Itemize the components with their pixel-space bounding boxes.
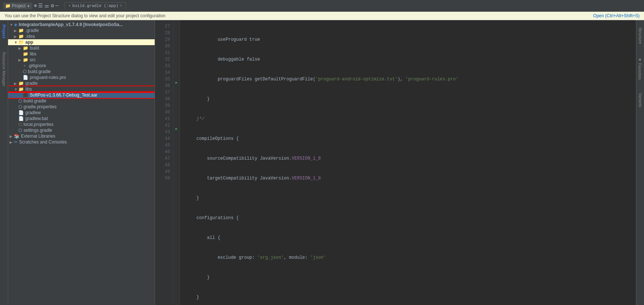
line-num-34: 34 — [155, 69, 173, 76]
folder-icon-gradle2: 📁 — [18, 81, 24, 86]
tree-label-softpos: SoftPos-v1.3.66.7-Debug_Test.aar — [30, 92, 97, 98]
code-line-31: }*/ — [186, 116, 636, 122]
tree-label-proguard: proguard-rules.pro — [30, 75, 66, 80]
line-numbers: 27 28 29 30 31 32 33 34 35 36 37 38 39 4… — [155, 20, 173, 305]
gutter-run-icon-43[interactable]: ▶ — [173, 126, 180, 132]
line-num-32: 32 — [155, 56, 173, 63]
resource-manager-toggle[interactable]: Resource Manager — [1, 49, 7, 90]
code-line-33: sourceCompatibility JavaVersion.VERSION_… — [186, 155, 636, 162]
info-message: You can use the Project Structure dialog… — [4, 13, 166, 18]
folder-icon-app: 📁 — [18, 40, 24, 45]
project-icon: 📁 — [5, 3, 11, 8]
code-line-35: } — [186, 195, 636, 201]
project-panel-toggle[interactable]: Project — [1, 22, 7, 41]
variants-panel-toggle[interactable]: Variants — [638, 93, 643, 108]
toolbar-split-icon[interactable]: ⚌ — [44, 3, 49, 9]
tree-item-local-properties[interactable]: ▶ ⬡ local.properties — [8, 121, 155, 127]
tree-arrow-build: ▶ — [18, 46, 23, 50]
project-panel: ▼ ◈ IntegratorSampleApp_v1.7.4.9 [Invoke… — [8, 20, 155, 305]
toolbar-minimize-icon[interactable]: ─ — [55, 3, 58, 9]
tree-arrow-libs: ▼ — [14, 87, 18, 91]
line-num-35: 35 — [155, 76, 173, 83]
tree-label-src: src — [30, 57, 36, 62]
gutter: ▶ ▶ — [173, 20, 180, 305]
title-bar-left: 📁 Project ▼ ⊕ ☰ ⚌ ⚙ ─ — [3, 3, 58, 9]
code-lines[interactable]: useProguard true debuggable false progua… — [180, 20, 636, 305]
tree-item-gradle-folder[interactable]: ▶ 📁 .gradle — [8, 28, 155, 33]
code-editor[interactable]: 27 28 29 30 31 32 33 34 35 36 37 38 39 4… — [155, 20, 636, 305]
tree-label-external-libs: External Libraries — [21, 134, 55, 139]
tree-item-scratches[interactable]: ▶ ✏ Scratches and Consoles — [8, 139, 155, 145]
folder-icon: 📁 — [18, 28, 24, 33]
open-project-structure-link[interactable]: Open (Ctrl+Alt+Shift+S) — [593, 13, 640, 18]
tree-item-root[interactable]: ▼ ◈ IntegratorSampleApp_v1.7.4.9 [Invoke… — [8, 22, 155, 28]
code-line-34: targetCompatibility JavaVersion.VERSION_… — [186, 175, 636, 182]
favorites-panel-toggle[interactable]: ★ Favorites — [638, 57, 643, 80]
code-line-27: useProguard true — [186, 36, 636, 43]
code-line-30: } — [186, 96, 636, 102]
tree-item-src-folder[interactable]: ▶ 📁 src — [8, 57, 155, 63]
code-line-37: all { — [186, 235, 636, 241]
editor-tab[interactable]: ▪ build.gradle (:app) × — [64, 2, 126, 9]
line-num-50: 50 — [155, 175, 173, 182]
tree-item-gitignore[interactable]: ▶ ⚬ .gitignore — [8, 63, 155, 69]
project-dropdown[interactable]: 📁 Project ▼ — [3, 3, 32, 9]
gitignore-icon: ⚬ — [23, 63, 26, 68]
tree-item-libs-inner[interactable]: ▶ 📁 libs — [8, 51, 155, 57]
line-num-38: 38 — [155, 96, 173, 102]
code-line-36: configurations { — [186, 215, 636, 221]
toolbar-gear-icon[interactable]: ⚙ — [51, 3, 54, 9]
structure-panel-toggle[interactable]: Structure — [638, 28, 643, 44]
folder-icon-src: 📁 — [23, 57, 28, 62]
proguard-icon: 📄 — [23, 75, 28, 80]
tree-item-softpos-aar[interactable]: ▶ ⬛ SoftPos-v1.3.66.7-Debug_Test.aar — [8, 92, 155, 98]
tree-arrow-root: ▼ — [10, 23, 14, 27]
tree-arrow-src: ▶ — [18, 58, 23, 62]
line-num-28: 28 — [155, 30, 173, 36]
tree-item-build-folder[interactable]: ▶ 📁 build — [8, 45, 155, 51]
line-num-40: 40 — [155, 109, 173, 116]
tree-label-build: build — [30, 46, 39, 51]
toolbar-nav-icon[interactable]: ⊕ — [34, 3, 37, 9]
tree-item-build-gradle-root[interactable]: ▶ ⬡ build.gradle — [8, 98, 155, 104]
gradle-icon-root: ⬡ — [18, 98, 22, 104]
line-num-37: 37 — [155, 89, 173, 96]
tree-item-gradle-properties[interactable]: ▶ ⬡ gradle.properties — [8, 104, 155, 110]
line-num-31: 31 — [155, 50, 173, 56]
line-num-36: 36 — [155, 83, 173, 89]
tree-label-local-properties: local.properties — [24, 122, 53, 127]
tree-item-gradlew-bat[interactable]: ▶ 📄 gradlew.bat — [8, 116, 155, 121]
library-icon: 📚 — [14, 134, 19, 139]
gradlew-icon: 📄 — [18, 110, 24, 115]
tree-item-gradle-folder2[interactable]: ▶ 📁 gradle — [8, 80, 155, 86]
line-num-47: 47 — [155, 155, 173, 162]
main-layout: Project Resource Manager ▼ ◈ IntegratorS… — [0, 20, 644, 305]
right-side-icons: Structure ★ Favorites Variants — [636, 20, 644, 305]
project-icon: ◈ — [14, 22, 17, 27]
properties-icon: ⬡ — [18, 104, 22, 109]
tree-item-build-gradle-app[interactable]: ▶ ⬡ build.gradle — [8, 69, 155, 75]
line-num-46: 46 — [155, 149, 173, 155]
line-num-27: 27 — [155, 23, 173, 30]
tree-item-app-folder[interactable]: ▼ 📁 app — [8, 39, 155, 45]
left-side-icons: Project Resource Manager — [0, 20, 8, 305]
tree-label-gradle-properties: gradle.properties — [24, 104, 57, 109]
tree-label-build-gradle-root: build.gradle — [24, 98, 46, 104]
tree-item-proguard[interactable]: ▶ 📄 proguard-rules.pro — [8, 75, 155, 80]
tree-item-libs-folder[interactable]: ▼ 📁 libs — [8, 86, 155, 92]
gutter-run-icon-36[interactable]: ▶ — [173, 80, 180, 86]
tree-item-idea-folder[interactable]: ▶ 📁 .idea — [8, 33, 155, 39]
tree-label-gradle: .gradle — [25, 28, 39, 33]
tree-item-gradlew[interactable]: ▶ 📄 gradlew — [8, 110, 155, 116]
tree-item-settings-gradle[interactable]: ▶ ⬡ settings.gradle — [8, 127, 155, 133]
toolbar-list-icon[interactable]: ☰ — [38, 3, 43, 9]
line-num-42: 42 — [155, 122, 173, 129]
tree-label-gradlew: gradlew — [25, 110, 41, 115]
gradle-icon-app: ⬡ — [23, 69, 26, 74]
tab-title: build.gradle (:app) — [72, 4, 118, 8]
tab-close-button[interactable]: × — [120, 4, 122, 8]
line-num-44: 44 — [155, 135, 173, 142]
tree-item-external-libs[interactable]: ▶ 📚 External Libraries — [8, 133, 155, 139]
project-tree: ▼ ◈ IntegratorSampleApp_v1.7.4.9 [Invoke… — [8, 20, 155, 305]
tree-arrow-scratches: ▶ — [10, 140, 14, 144]
